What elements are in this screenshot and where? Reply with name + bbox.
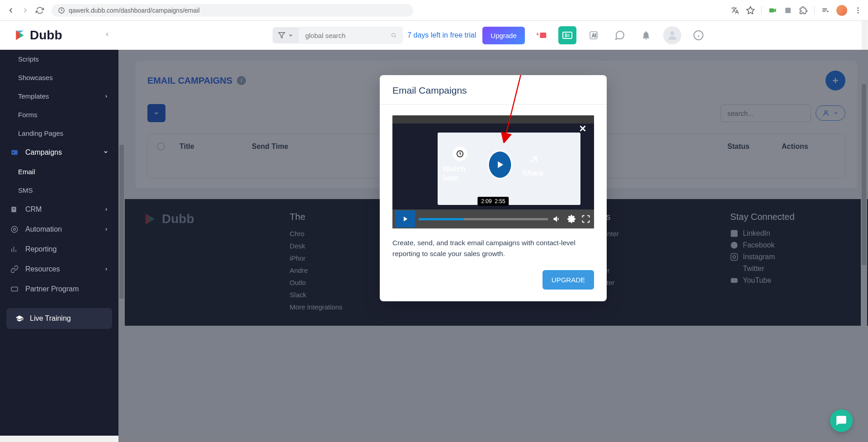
partner-icon <box>10 285 19 294</box>
chevron-down-icon <box>288 33 293 38</box>
reload-button[interactable] <box>34 5 45 16</box>
url-bar[interactable]: qawerk.dubb.com/dashboard/campaigns/emai… <box>52 4 413 17</box>
svg-text:$=: $= <box>565 33 570 38</box>
chevron-down-icon <box>103 148 108 157</box>
reporting-icon <box>10 245 19 254</box>
chevron-right-icon <box>104 205 108 214</box>
chat-button[interactable] <box>611 26 629 44</box>
video-progress-bar[interactable] <box>419 218 548 220</box>
record-button[interactable]: + <box>532 26 550 44</box>
video-play-small-button[interactable] <box>395 210 415 228</box>
sidebar-item-label: Forms <box>18 111 38 119</box>
sidebar-item-label: Automation <box>25 225 62 233</box>
sidebar: Scripts Showcases Templates Forms Landin… <box>0 50 118 442</box>
sidebar-item-label: Scripts <box>18 55 39 63</box>
svg-point-14 <box>670 31 674 35</box>
chevron-right-icon <box>104 265 108 273</box>
sidebar-item-label: Showcases <box>18 74 53 81</box>
bookmark-star-icon[interactable] <box>746 6 755 15</box>
svg-rect-18 <box>11 150 18 155</box>
translate-icon[interactable] <box>731 6 740 15</box>
svg-text:AI: AI <box>592 33 596 38</box>
sidebar-item-label: Reporting <box>25 245 57 253</box>
svg-marker-1 <box>747 6 755 14</box>
sidebar-item-resources[interactable]: Resources <box>0 259 118 279</box>
modal-description: Create, send, and track email campaigns … <box>392 238 594 259</box>
help-chat-button[interactable] <box>830 409 853 432</box>
sidebar-item-crm[interactable]: CRM <box>0 200 118 219</box>
fullscreen-button[interactable] <box>580 214 591 223</box>
svg-rect-8 <box>540 33 546 38</box>
settings-button[interactable] <box>566 214 577 223</box>
logo[interactable]: Dubb <box>14 28 62 43</box>
dubb-logo-icon <box>14 29 26 42</box>
sidebar-item-label: Templates <box>18 92 49 100</box>
sidebar-item-label: Resources <box>25 265 60 273</box>
forward-button[interactable] <box>20 5 31 16</box>
modal-overlay[interactable]: Email Campaigns Watc <box>125 50 868 442</box>
watch-later-button[interactable] <box>453 147 467 161</box>
sidebar-item-automation[interactable]: Automation <box>0 219 118 239</box>
camera-extension-icon[interactable] <box>768 6 777 15</box>
svg-rect-3 <box>785 8 791 13</box>
sidebar-item-label: Campaigns <box>25 148 62 157</box>
logo-area: Dubb <box>0 21 118 50</box>
sidebar-item-reporting[interactable]: Reporting <box>0 239 118 259</box>
chevron-right-icon <box>104 225 108 233</box>
browser-right-controls <box>731 5 863 16</box>
sidebar-item-label: CRM <box>25 205 42 214</box>
browser-menu-icon[interactable] <box>854 6 863 15</box>
sidebar-item-scripts[interactable]: Scripts <box>0 50 118 68</box>
video-player[interactable]: Watch later Share 2:09 2:55 <box>392 115 594 228</box>
trial-days-link[interactable]: 7 days left in free trial <box>407 31 476 39</box>
back-button[interactable] <box>5 5 16 16</box>
notifications-button[interactable] <box>637 26 655 44</box>
extension-icon[interactable] <box>783 6 793 15</box>
playlist-icon[interactable] <box>821 6 830 15</box>
sidebar-item-showcases[interactable]: Showcases <box>0 68 118 87</box>
header-center: 7 days left in free trial Upgrade + $= A… <box>118 21 862 50</box>
sidebar-item-forms[interactable]: Forms <box>0 105 118 124</box>
video-play-button[interactable] <box>487 150 512 179</box>
resources-icon <box>10 265 19 274</box>
svg-point-5 <box>858 10 859 11</box>
extensions-puzzle-icon[interactable] <box>799 6 808 15</box>
info-button[interactable] <box>689 26 708 44</box>
logo-text: Dubb <box>30 28 62 43</box>
volume-button[interactable] <box>552 214 562 223</box>
svg-text:+: + <box>536 31 539 37</box>
crm-icon <box>10 205 19 214</box>
sidebar-item-label: Partner Program <box>25 285 79 293</box>
sidebar-item-label: Email <box>18 168 35 176</box>
global-search[interactable] <box>299 27 403 44</box>
filter-button[interactable] <box>273 27 299 43</box>
share-icon[interactable] <box>526 152 540 165</box>
global-search-input[interactable] <box>305 32 391 39</box>
modal-title: Email Campaigns <box>392 85 594 96</box>
money-card-button[interactable]: $= <box>558 26 576 44</box>
profile-avatar[interactable] <box>836 5 847 16</box>
live-training-button[interactable]: Live Training <box>6 308 112 329</box>
sidebar-item-landing-pages[interactable]: Landing Pages <box>0 124 118 143</box>
sidebar-collapse-button[interactable] <box>104 29 110 41</box>
email-campaigns-modal: Email Campaigns Watc <box>380 75 607 301</box>
svg-point-23 <box>14 228 16 231</box>
svg-rect-27 <box>11 287 18 291</box>
user-avatar[interactable] <box>663 26 681 44</box>
watch-later-label: Watch later <box>443 165 478 183</box>
sidebar-item-email[interactable]: Email <box>0 162 118 181</box>
chevron-right-icon <box>104 92 108 100</box>
sidebar-item-templates[interactable]: Templates <box>0 87 118 105</box>
sidebar-item-sms[interactable]: SMS <box>0 181 118 200</box>
url-text: qawerk.dubb.com/dashboard/campaigns/emai… <box>69 7 200 14</box>
share-label: Share <box>522 169 543 178</box>
svg-point-7 <box>392 33 396 37</box>
sidebar-item-campaigns[interactable]: Campaigns <box>0 143 118 162</box>
sidebar-item-partner-program[interactable]: Partner Program <box>0 279 118 299</box>
sidebar-item-label: Landing Pages <box>18 129 63 137</box>
video-close-button[interactable] <box>578 124 588 136</box>
upgrade-button[interactable]: Upgrade <box>482 27 525 44</box>
live-training-label: Live Training <box>30 314 71 323</box>
ai-button[interactable]: AI <box>585 26 603 44</box>
modal-upgrade-button[interactable]: UPGRADE <box>542 270 594 290</box>
